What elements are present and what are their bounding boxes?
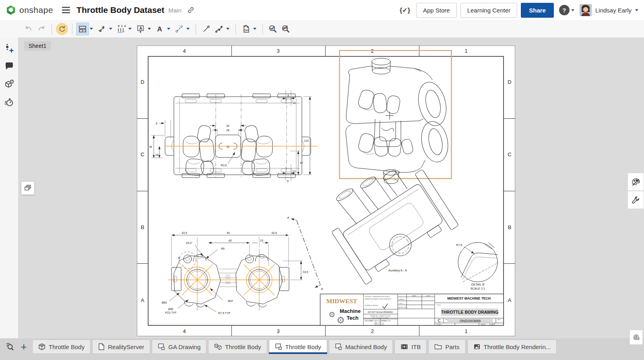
zone-label: A bbox=[508, 297, 512, 303]
appearance-panel-button[interactable] bbox=[627, 173, 644, 191]
toolbar-separator bbox=[262, 24, 263, 34]
add-tab-button[interactable]: + bbox=[17, 339, 31, 354]
svg-text:MIDWEST: MIDWEST bbox=[326, 298, 357, 304]
dim-label: 36 bbox=[149, 145, 152, 148]
share-button[interactable]: Share bbox=[521, 3, 554, 18]
header-actions: {✓} App Store Learning Center Share ? Li… bbox=[400, 3, 638, 18]
drawing-title[interactable]: THROTTLE BODY DRAWING bbox=[441, 310, 499, 314]
right-tool-panel bbox=[627, 173, 644, 209]
tab-itb[interactable]: ITB bbox=[394, 339, 427, 354]
tab-throttle-body-partstudio[interactable]: Throttle Body bbox=[32, 339, 91, 354]
drawing-canvas[interactable]: Sheet1 4 3 2 1 4 3 2 1 D bbox=[18, 37, 644, 338]
tab-throttle-body-rendering[interactable]: Throttle Body Renderin... bbox=[467, 339, 557, 354]
user-name[interactable]: Lindsay Early bbox=[595, 7, 632, 14]
tab-search-icon[interactable] bbox=[2, 339, 17, 354]
menu-icon[interactable] bbox=[62, 7, 70, 13]
note-tool-button[interactable]: A bbox=[134, 23, 147, 35]
sheet-border: 4 3 2 1 4 3 2 1 D C B A D C B A bbox=[137, 46, 515, 336]
centerline-dropdown[interactable] bbox=[186, 28, 190, 30]
gear-icon: ⚙ bbox=[328, 310, 335, 319]
comment-icon[interactable] bbox=[3, 60, 15, 72]
workspace-label[interactable]: Main bbox=[168, 7, 182, 14]
rev-label: REV bbox=[497, 319, 501, 321]
zone-label: D bbox=[508, 79, 511, 85]
dimension-check-button[interactable] bbox=[266, 23, 279, 35]
redo-button[interactable] bbox=[35, 23, 48, 35]
dim-label: 8 bbox=[287, 180, 289, 182]
tab-machined-body[interactable]: Machined Body bbox=[329, 339, 393, 354]
svg-text:Machine: Machine bbox=[340, 308, 361, 314]
hide-dimensions-button[interactable] bbox=[279, 23, 292, 35]
toolbar-separator bbox=[235, 24, 236, 34]
zone-label: 4 bbox=[183, 48, 186, 54]
share-link-icon[interactable] bbox=[187, 6, 194, 14]
versions-icon[interactable] bbox=[3, 42, 15, 54]
title-block[interactable]: MIDWEST ⚙ ⚙ Machine Tech UNLESS OTHERWIS… bbox=[320, 294, 504, 325]
text-tool-button[interactable]: A bbox=[153, 23, 166, 35]
sheet-tab[interactable]: Sheet1 bbox=[24, 41, 51, 51]
drawing-sheet[interactable]: 4 3 2 1 4 3 2 1 D C B A D C B A bbox=[137, 46, 515, 336]
zone-label: 1 bbox=[464, 328, 467, 334]
timer-icon[interactable] bbox=[3, 96, 15, 108]
dim-label: Ø37 bbox=[228, 300, 233, 302]
dxf-export-button[interactable]: DXF bbox=[239, 23, 252, 35]
update-views-button[interactable] bbox=[56, 23, 68, 35]
line-tool-button[interactable] bbox=[200, 23, 213, 35]
drawing-number[interactable]: ON/D/003689 bbox=[460, 319, 481, 323]
insert-view-button[interactable] bbox=[76, 23, 89, 35]
help-menu[interactable]: ? bbox=[559, 5, 574, 15]
feature-script-icon[interactable]: {✓} bbox=[400, 6, 410, 14]
tab-ga-drawing[interactable]: GA Drawing bbox=[152, 339, 206, 354]
app-store-button[interactable]: App Store bbox=[416, 3, 457, 18]
sheet-label: SHEET bbox=[481, 323, 486, 325]
sheets-panel-button[interactable] bbox=[21, 181, 35, 195]
assembly-icon bbox=[214, 343, 222, 350]
dim-label: 28 bbox=[226, 129, 229, 132]
dimension-dropdown[interactable] bbox=[109, 28, 112, 30]
zone-label: 3 bbox=[277, 328, 279, 334]
user-chevron-down-icon[interactable] bbox=[635, 9, 638, 11]
dimension-tool-button[interactable] bbox=[95, 23, 108, 35]
avatar[interactable] bbox=[580, 4, 592, 16]
tab-realityserver[interactable]: RealityServer bbox=[92, 339, 150, 354]
onshape-logo[interactable]: onshape bbox=[6, 5, 53, 15]
detail-title: DETAIL B bbox=[471, 283, 485, 286]
ordinate-glyph: 0 1 2 bbox=[118, 25, 126, 27]
measure-button[interactable] bbox=[630, 330, 643, 345]
properties-panel-button[interactable] bbox=[627, 191, 644, 209]
zone-label: 2 bbox=[371, 328, 374, 334]
tab-parts[interactable]: Parts bbox=[428, 339, 465, 354]
spline-tool-button[interactable] bbox=[213, 23, 225, 35]
drawing-icon bbox=[275, 343, 282, 350]
svg-text:FINISH: FINISH bbox=[382, 320, 387, 322]
help-icon[interactable]: ? bbox=[559, 5, 570, 15]
svg-text:MATERIAL: MATERIAL bbox=[365, 320, 373, 322]
note-dropdown[interactable] bbox=[148, 28, 151, 30]
dim-label: Ø65 bbox=[168, 308, 173, 310]
text-dropdown[interactable] bbox=[167, 28, 170, 30]
tab-throttle-body-assembly[interactable]: Throttle Body bbox=[208, 339, 267, 354]
dim-label: R7.5 TYP bbox=[218, 312, 231, 314]
zone-label: 1 bbox=[464, 48, 467, 54]
ordinate-dimension-button[interactable]: 0 1 2 bbox=[115, 23, 128, 35]
centerline-tool-button[interactable] bbox=[173, 23, 186, 35]
ordinate-dropdown[interactable] bbox=[128, 28, 132, 30]
zone-label: B bbox=[508, 224, 512, 230]
spline-dropdown[interactable] bbox=[226, 28, 229, 30]
tab-label: GA Drawing bbox=[168, 343, 200, 350]
zone-label: C bbox=[140, 151, 144, 157]
sheet-size: C bbox=[438, 319, 440, 323]
undo-button[interactable] bbox=[22, 23, 35, 35]
sheet-value: 1 of 2 bbox=[489, 323, 495, 325]
part-inspect-icon[interactable]: ? bbox=[3, 78, 15, 90]
dim-label: 18 bbox=[155, 153, 159, 156]
insert-view-dropdown[interactable] bbox=[90, 28, 93, 30]
svg-text:DO NOT SCALE DRAWING: DO NOT SCALE DRAWING bbox=[368, 311, 393, 313]
document-title[interactable]: Throttle Body Dataset bbox=[76, 5, 164, 15]
tab-label: RealityServer bbox=[108, 343, 144, 350]
dxf-dropdown[interactable] bbox=[253, 28, 256, 30]
onshape-wordmark: onshape bbox=[19, 5, 53, 15]
tab-throttle-body-drawing-active[interactable]: Throttle Body bbox=[269, 339, 327, 354]
learning-center-button[interactable]: Learning Center bbox=[460, 3, 518, 18]
zone-label: A bbox=[141, 297, 144, 303]
